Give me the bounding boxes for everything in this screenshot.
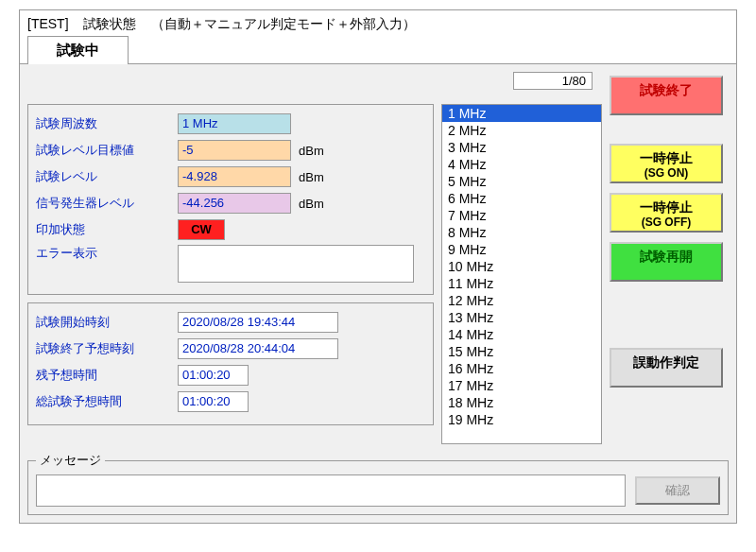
label-end-est-time: 試験終了予想時刻: [36, 340, 178, 357]
pause-sg-on-button[interactable]: 一時停止 (SG ON): [610, 144, 723, 183]
end-test-button[interactable]: 試験終了: [610, 76, 723, 115]
value-end-est-time: 2020/08/28 20:44:04: [178, 338, 338, 359]
frequency-list-item[interactable]: 12 MHz: [442, 292, 601, 309]
pause-sg-off-button[interactable]: 一時停止 (SG OFF): [610, 193, 723, 233]
tab-running[interactable]: 試験中: [27, 36, 129, 64]
frequency-list-item[interactable]: 2 MHz: [442, 122, 601, 139]
message-text[interactable]: [36, 474, 626, 507]
message-fieldset: メッセージ 確認: [27, 452, 729, 515]
title-prefix: [TEST]: [27, 16, 69, 31]
frequency-list-item[interactable]: 6 MHz: [442, 190, 601, 207]
tab-panel: 1/80 試験周波数 1 MHz 試験レベル目標値 -5 dBm: [20, 63, 736, 452]
frequency-list-item[interactable]: 10 MHz: [442, 258, 601, 275]
label-sg-level: 信号発生器レベル: [36, 195, 178, 212]
label-test-level: 試験レベル: [36, 168, 178, 185]
frequency-listbox[interactable]: 1 MHz2 MHz3 MHz4 MHz5 MHz6 MHz7 MHz8 MHz…: [441, 104, 602, 444]
unit-test-level: dBm: [299, 170, 324, 184]
unit-test-level-target: dBm: [299, 144, 324, 158]
value-total-est: 01:00:20: [178, 391, 249, 412]
value-start-time: 2020/08/28 19:43:44: [178, 312, 338, 333]
frequency-list-item[interactable]: 1 MHz: [442, 105, 601, 122]
value-test-frequency: 1 MHz: [178, 113, 291, 134]
pause-sg-on-line1: 一時停止: [640, 150, 693, 165]
malfunction-button[interactable]: 誤動作判定: [610, 348, 723, 388]
frequency-list-item[interactable]: 15 MHz: [442, 343, 601, 360]
label-total-est: 総試験予想時間: [36, 393, 178, 410]
unit-sg-level: dBm: [299, 197, 324, 211]
frequency-list-item[interactable]: 9 MHz: [442, 241, 601, 258]
frequency-list-item[interactable]: 3 MHz: [442, 139, 601, 156]
pause-sg-off-line1: 一時停止: [640, 199, 693, 215]
pause-sg-off-line2: (SG OFF): [642, 216, 692, 229]
value-apply-state: CW: [178, 219, 225, 240]
label-error-display: エラー表示: [36, 245, 178, 262]
resume-test-button[interactable]: 試験再開: [610, 242, 723, 282]
value-test-level-target: -5: [178, 140, 291, 161]
label-apply-state: 印加状態: [36, 221, 178, 238]
frequency-list-item[interactable]: 16 MHz: [442, 360, 601, 377]
frequency-list-item[interactable]: 14 MHz: [442, 326, 601, 343]
frequency-list-item[interactable]: 5 MHz: [442, 173, 601, 190]
parameters-panel: 試験周波数 1 MHz 試験レベル目標値 -5 dBm 試験レベル -4.928…: [27, 104, 434, 295]
title-bar: [TEST] 試験状態 （自動＋マニュアル判定モード＋外部入力）: [20, 10, 736, 35]
value-test-level: -4.928: [178, 166, 291, 187]
label-test-level-target: 試験レベル目標値: [36, 142, 178, 159]
value-sg-level: -44.256: [178, 193, 291, 214]
message-legend: メッセージ: [36, 452, 105, 469]
label-start-time: 試験開始時刻: [36, 314, 178, 331]
pause-sg-on-line2: (SG ON): [644, 166, 689, 180]
title-state: 試験状態: [83, 16, 136, 31]
title-mode: （自動＋マニュアル判定モード＋外部入力）: [151, 16, 416, 31]
times-panel: 試験開始時刻 2020/08/28 19:43:44 試験終了予想時刻 2020…: [27, 302, 434, 425]
frequency-list-item[interactable]: 17 MHz: [442, 377, 601, 394]
frequency-list-item[interactable]: 19 MHz: [442, 411, 601, 428]
label-test-frequency: 試験周波数: [36, 115, 178, 132]
value-remaining-est: 01:00:20: [178, 365, 249, 386]
frequency-list-item[interactable]: 4 MHz: [442, 156, 601, 173]
window: [TEST] 試験状態 （自動＋マニュアル判定モード＋外部入力） 試験中 1/8…: [19, 9, 737, 524]
label-remaining-est: 残予想時間: [36, 367, 178, 384]
confirm-button[interactable]: 確認: [635, 476, 720, 505]
frequency-list-item[interactable]: 8 MHz: [442, 224, 601, 241]
frequency-list-item[interactable]: 11 MHz: [442, 275, 601, 292]
frequency-list-item[interactable]: 13 MHz: [442, 309, 601, 326]
value-error-display: [178, 245, 414, 283]
frequency-list-item[interactable]: 18 MHz: [442, 394, 601, 411]
frequency-list-item[interactable]: 7 MHz: [442, 207, 601, 224]
tab-strip: 試験中: [20, 35, 736, 63]
